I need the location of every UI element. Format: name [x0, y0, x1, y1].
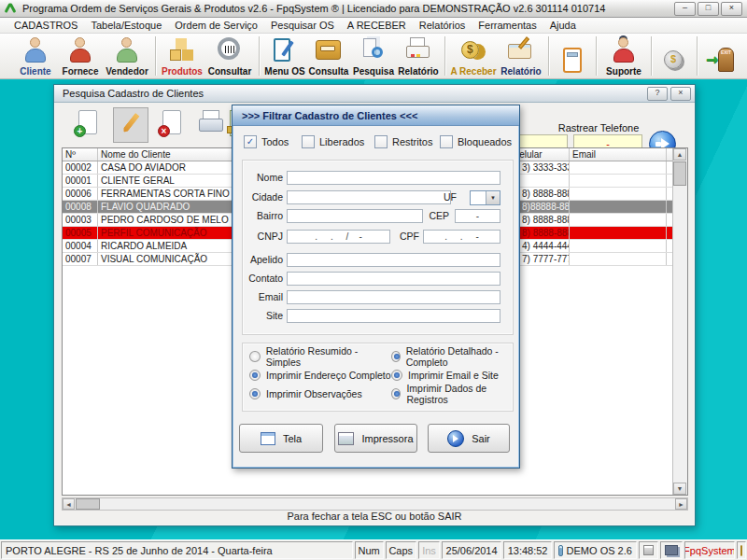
cnpj-input[interactable] — [287, 230, 390, 244]
close-icon[interactable]: × — [721, 2, 742, 16]
toolbar-relatorio-button[interactable]: Relatório — [498, 34, 544, 78]
add-client-button[interactable] — [71, 107, 105, 141]
menu-item-ajuda[interactable]: Ajuda — [543, 20, 583, 31]
screen-icon — [261, 432, 275, 445]
chevron-down-icon[interactable]: ▼ — [486, 191, 500, 204]
close-icon[interactable]: × — [670, 87, 691, 101]
print-button[interactable] — [194, 107, 228, 141]
menu-item-ordem-de-servico[interactable]: Ordem de Serviço — [168, 20, 264, 31]
contato-input[interactable] — [287, 272, 500, 286]
uf-select[interactable]: ▼ — [470, 190, 500, 205]
radio-imprimir-observacoes[interactable]: Imprimir Observações — [249, 387, 391, 400]
app-titlebar: Programa Ordem de Serviços Gerais & Prod… — [0, 0, 747, 18]
tela-button[interactable]: Tela — [239, 424, 323, 453]
toolbar-exit-door-button[interactable] — [701, 34, 744, 78]
toolbar-coin-button[interactable] — [655, 34, 693, 78]
network-icon — [665, 545, 677, 555]
sair-button[interactable]: Sair — [428, 424, 510, 453]
checkbox-restritos[interactable]: Restritos — [374, 135, 432, 148]
toolbar-consulta-button[interactable]: Consulta — [306, 34, 351, 78]
bairro-input[interactable] — [287, 209, 423, 223]
email-input[interactable] — [287, 290, 500, 304]
checkbox-todos[interactable]: ✓Todos — [244, 135, 289, 148]
cep-input[interactable] — [455, 209, 500, 223]
window-titlebar[interactable]: Pesquisa Cadastro de Clientes ? × — [54, 85, 695, 103]
column-header-n[interactable]: Nº — [63, 148, 98, 161]
scroll-left-icon[interactable]: ◄ — [63, 498, 75, 510]
toolbar-menu-os-button[interactable]: Menu OS — [263, 34, 306, 78]
vertical-scrollbar[interactable]: ▲ ▼ — [672, 148, 687, 495]
toolbar-label: Relatório — [500, 66, 541, 77]
menu-item-cadastros[interactable]: CADASTROS — [7, 20, 84, 31]
menu-item-ferramentas[interactable]: Ferramentas — [472, 20, 543, 31]
hscroll-thumb[interactable] — [76, 498, 100, 510]
toolbar-consultar-button[interactable]: Consultar — [204, 34, 255, 78]
radio-relatorio-detalhado-completo[interactable]: Relatório Detalhado - Completo — [391, 350, 511, 363]
toolbar-calculator-button[interactable] — [553, 34, 592, 78]
toolbar-label: Menu OS — [264, 66, 304, 77]
scroll-down-icon[interactable]: ▼ — [673, 483, 686, 495]
radio-imprimir-dados-de-registros[interactable]: Imprimir Dados de Registros — [391, 387, 511, 400]
help-icon[interactable]: ? — [647, 87, 668, 101]
scroll-up-icon[interactable]: ▲ — [673, 148, 686, 161]
toolbar-suporte-button[interactable]: Suporte — [600, 34, 647, 78]
toolbar-vendedor-button[interactable]: Vendedor — [103, 34, 151, 78]
toolbar-pesquisa-button[interactable]: Pesquisa — [351, 34, 396, 78]
checkbox-box[interactable] — [302, 135, 315, 148]
radio-imprimir-email-e-site[interactable]: Imprimir Email e Site — [391, 369, 511, 382]
status-time: 13:48:52 — [503, 541, 552, 559]
radio-dot[interactable] — [249, 370, 261, 381]
status-printer — [639, 541, 659, 559]
edit-client-button[interactable] — [113, 107, 148, 143]
scroll-right-icon[interactable]: ► — [675, 498, 687, 510]
maximize-icon[interactable]: □ — [698, 2, 719, 16]
radio-imprimir-endereco-completo[interactable]: Imprimir Endereço Completo — [249, 369, 391, 382]
nome-input[interactable] — [287, 171, 500, 185]
dialog-titlebar[interactable]: >>> Filtrar Cadastro de Clientes <<< — [233, 105, 519, 126]
horizontal-scrollbar[interactable]: ◄ ► — [62, 497, 688, 511]
toolbar-produtos-button[interactable]: Produtos — [160, 34, 204, 78]
toolbar-cliente-button[interactable]: Cliente — [13, 34, 58, 78]
scroll-thumb[interactable] — [673, 161, 686, 186]
minimize-icon[interactable]: – — [674, 2, 696, 16]
radio-relatorio-resumido-simples[interactable]: Relatório Resumido - Simples — [249, 350, 391, 363]
radio-dot[interactable] — [391, 351, 401, 362]
cell-email — [570, 214, 667, 226]
drawer-icon — [313, 35, 345, 66]
cidade-input[interactable] — [287, 190, 451, 204]
menu-item-a-receber[interactable]: A RECEBER — [341, 20, 413, 31]
clipboard-icon — [269, 35, 301, 66]
status-num: Num — [355, 541, 384, 559]
toolbar-relatorio-button[interactable]: Relatório — [396, 34, 441, 78]
impressora-button[interactable]: Impressora — [334, 424, 417, 453]
radio-dot[interactable] — [249, 388, 261, 399]
radio-dot[interactable] — [391, 388, 401, 399]
toolbar-separator — [259, 36, 260, 76]
products-boxes-icon — [166, 35, 198, 66]
report-box-icon — [505, 35, 537, 66]
column-header-email[interactable]: Email — [570, 148, 667, 161]
radio-label: Relatório Detalhado - Completo — [406, 345, 511, 368]
menu-item-relatorios[interactable]: Relatórios — [413, 20, 472, 31]
checkbox-box[interactable]: ✓ — [244, 135, 257, 148]
cpf-input[interactable] — [423, 230, 500, 244]
checkbox-box[interactable] — [440, 135, 453, 148]
radio-dot[interactable] — [249, 351, 261, 362]
checkbox-bloqueados[interactable]: Bloqueados — [440, 135, 512, 148]
cell-email — [570, 188, 667, 200]
checkbox-box[interactable] — [374, 135, 388, 148]
delete-client-button[interactable] — [155, 107, 189, 141]
toolbar-a-receber-button[interactable]: A Receber — [449, 34, 498, 78]
toolbar-label: Vendedor — [106, 66, 148, 77]
status-date: 25/06/2014 — [442, 541, 501, 559]
checkbox-liberados[interactable]: Liberados — [302, 135, 364, 148]
apelido-input[interactable] — [287, 253, 500, 267]
site-input[interactable] — [287, 309, 500, 323]
status-ins: Ins — [418, 541, 440, 559]
radio-dot[interactable] — [391, 370, 402, 381]
menu-item-pesquisar-os[interactable]: Pesquisar OS — [264, 20, 341, 31]
toolbar-fornece-button[interactable]: Fornece — [58, 34, 103, 78]
sair-button-label: Sair — [472, 433, 490, 444]
menu-item-tabela-estoque[interactable]: Tabela/Estoque — [84, 20, 168, 31]
client-person-icon — [20, 35, 51, 66]
